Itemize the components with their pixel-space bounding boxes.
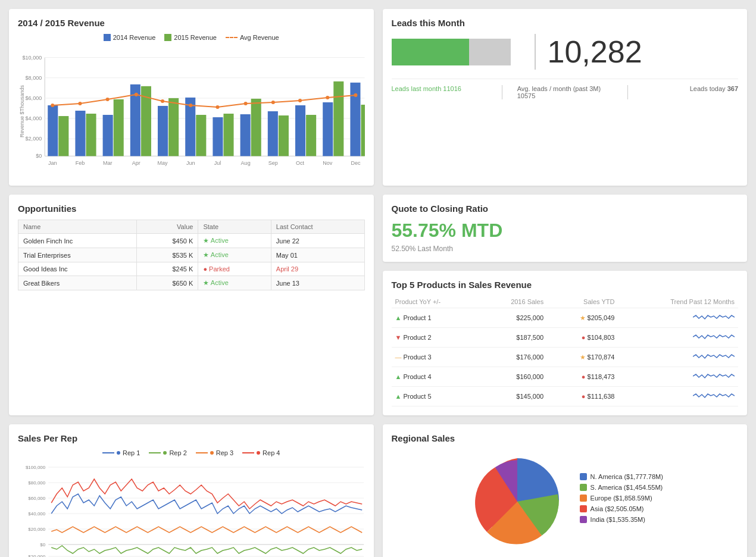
quote-card: Quote to Closing Ratio 55.75% MTD 52.50%… xyxy=(383,195,748,262)
opps-value: $450 K xyxy=(137,234,198,248)
opps-name: Trial Enterprises xyxy=(18,248,137,262)
leads-bar-track xyxy=(392,39,511,65)
legend-2014-box xyxy=(104,34,111,41)
rep-chart-svg: $100,000 $80,000 $60,000 $40,000 $20,000… xyxy=(18,461,365,557)
product-trend xyxy=(618,367,738,387)
svg-text:Apr: Apr xyxy=(132,160,140,166)
svg-text:Jul: Jul xyxy=(214,160,221,166)
rep1-legend: Rep 1 xyxy=(102,449,140,456)
products-table: Product YoY +/- 2016 Sales Sales YTD Tre… xyxy=(392,296,739,406)
opps-value: $535 K xyxy=(137,248,198,262)
pie-chart xyxy=(467,449,568,550)
product-sales: $160,000 xyxy=(480,367,547,387)
products-title: Top 5 Products in Sales Revenue xyxy=(392,280,739,290)
opps-header-value: Value xyxy=(137,220,198,234)
svg-text:$8,000: $8,000 xyxy=(26,75,42,81)
product-name: ▼ Product 2 xyxy=(392,328,480,348)
bar-jun-2015 xyxy=(196,115,206,156)
svg-text:$40,000: $40,000 xyxy=(28,511,45,517)
table-row: Great Bikers $650 K ★ Active June 13 xyxy=(18,276,365,290)
regional-card: Regional Sales xyxy=(383,424,748,557)
avg-dot-jun xyxy=(189,104,192,107)
legend-avg-line xyxy=(226,37,238,38)
rep2-legend: Rep 2 xyxy=(149,449,186,456)
leads-number: 10,282 xyxy=(548,34,642,70)
pie-label-europe: Europe ($1,858.59M) xyxy=(591,495,652,502)
leads-card: Leads this Month 10,282 Leads last month… xyxy=(383,9,748,186)
product-ytd: ★ $205,049 xyxy=(547,308,618,328)
pie-dot-s-america xyxy=(580,484,587,491)
products-header-trend: Trend Past 12 Months xyxy=(618,296,738,308)
rep3-line xyxy=(51,527,362,533)
legend-2014-label: 2014 Revenue xyxy=(113,34,156,41)
leads-today-stat: Leads today 367 xyxy=(637,85,738,99)
svg-text:Nov: Nov xyxy=(323,160,333,166)
avg-dot-oct xyxy=(298,99,302,102)
svg-text:Feb: Feb xyxy=(76,160,85,166)
rep4-line xyxy=(51,479,362,509)
bar-aug-2015 xyxy=(251,99,261,156)
pie-legend-s-america: S. America ($1,454.55M) xyxy=(580,484,663,491)
product-name: ▲ Product 1 xyxy=(392,308,480,328)
revenue-chart-area: $10,000 $8,000 $6,000 $4,000 $2,000 $0 R… xyxy=(18,46,365,177)
table-row: Trial Enterprises $535 K ★ Active May 01 xyxy=(18,248,365,262)
legend-avg: Avg Revenue xyxy=(226,34,279,41)
pie-label-s-america: S. America ($1,454.55M) xyxy=(591,484,663,491)
pie-legend: N. America ($1,777.78M) S. America ($1,4… xyxy=(580,473,663,527)
leads-divider xyxy=(535,34,536,70)
pie-dot-europe xyxy=(580,495,587,502)
product-sales: $225,000 xyxy=(480,308,547,328)
bar-may-2014 xyxy=(158,106,168,156)
regional-title: Regional Sales xyxy=(392,433,739,443)
leads-avg-stat: Avg. leads / month (past 3M) 10575 xyxy=(511,85,618,99)
table-row: Golden Finch Inc $450 K ★ Active June 22 xyxy=(18,234,365,248)
rep4-legend: Rep 4 xyxy=(242,449,280,456)
bar-jul-2015 xyxy=(223,114,233,156)
products-card: Top 5 Products in Sales Revenue Product … xyxy=(383,271,748,415)
leads-avg-value: 10575 xyxy=(517,92,613,99)
product-ytd: ● $104,803 xyxy=(547,328,618,348)
pie-label-asia: Asia ($2,505.05M) xyxy=(591,505,644,512)
svg-text:$0: $0 xyxy=(36,153,42,159)
avg-dot-may xyxy=(161,99,164,103)
svg-text:Oct: Oct xyxy=(296,160,305,166)
svg-text:$20,000: $20,000 xyxy=(28,527,45,532)
rep2-line xyxy=(51,546,362,553)
revenue-chart-svg: $10,000 $8,000 $6,000 $4,000 $2,000 $0 R… xyxy=(18,46,365,177)
bar-jul-2014 xyxy=(213,117,223,156)
bar-jan-2014 xyxy=(48,105,58,156)
pie-legend-asia: Asia ($2,505.05M) xyxy=(580,505,663,512)
svg-text:$2,000: $2,000 xyxy=(26,136,42,142)
leads-last-month-stat: Leads last month 11016 xyxy=(392,85,493,99)
avg-dot-apr xyxy=(135,93,138,96)
rep3-legend: Rep 3 xyxy=(196,449,233,456)
table-row: Good Ideas Inc $245 K ● Parked April 29 xyxy=(18,262,365,276)
product-name: ▲ Product 4 xyxy=(392,367,480,387)
product-sales: $187,500 xyxy=(480,328,547,348)
opps-contact: June 13 xyxy=(271,276,364,290)
opps-state: ● Parked xyxy=(198,262,271,276)
table-row: — Product 3 $176,000 ★ $170,874 xyxy=(392,348,739,367)
bar-may-2015 xyxy=(168,98,179,156)
svg-text:Dec: Dec xyxy=(351,160,361,166)
quote-title: Quote to Closing Ratio xyxy=(392,204,739,214)
product-ytd: ● $111,638 xyxy=(547,387,618,406)
sales-rep-card: Sales Per Rep Rep 1 Rep 2 Rep 3 Rep 4 xyxy=(9,424,374,557)
pie-label-n-america: N. America ($1,777.78M) xyxy=(591,473,663,480)
opportunities-card: Opportunities Name Value State Last Cont… xyxy=(9,195,374,415)
product-trend xyxy=(618,308,738,328)
opps-contact: April 29 xyxy=(271,262,364,276)
bar-mar-2014 xyxy=(103,115,113,156)
opps-name: Great Bikers xyxy=(18,276,137,290)
product-trend xyxy=(618,328,738,348)
regional-content: N. America ($1,777.78M) S. America ($1,4… xyxy=(392,449,739,550)
legend-avg-label: Avg Revenue xyxy=(240,34,279,41)
sales-rep-title: Sales Per Rep xyxy=(18,433,365,443)
svg-text:-$20,000: -$20,000 xyxy=(27,554,46,557)
opps-contact: May 01 xyxy=(271,248,364,262)
revenue-legend: 2014 Revenue 2015 Revenue Avg Revenue xyxy=(18,34,365,41)
table-row: ▼ Product 2 $187,500 ● $104,803 xyxy=(392,328,739,348)
opps-header-state: State xyxy=(198,220,271,234)
bar-dec-2015 xyxy=(361,105,364,156)
opps-header-contact: Last Contact xyxy=(271,220,364,234)
